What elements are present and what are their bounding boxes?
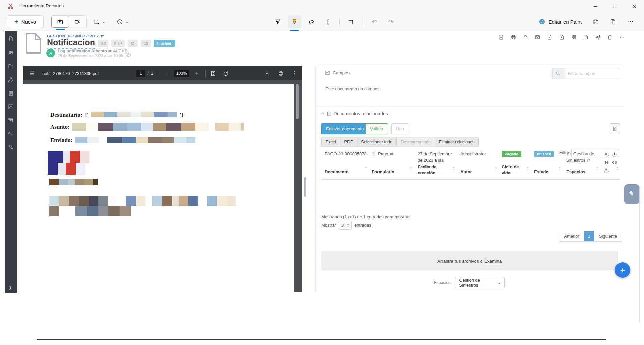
file-name-line[interactable]: Log notificacion Athento ⇄ 44,7 KB bbox=[58, 48, 128, 53]
send-icon[interactable] bbox=[595, 34, 601, 40]
col-header-autor[interactable]: Autor bbox=[460, 169, 472, 175]
eye-icon[interactable] bbox=[612, 160, 618, 165]
col-header-estado[interactable]: Estado bbox=[534, 169, 548, 175]
folder-badge[interactable] bbox=[141, 40, 151, 47]
users-icon[interactable] bbox=[8, 50, 14, 56]
maximize-button[interactable] bbox=[605, 0, 625, 13]
deselect-all-button[interactable]: Desmarcar todo bbox=[397, 137, 435, 147]
new-doc-icon[interactable] bbox=[559, 34, 565, 40]
cell-formulario[interactable]: Pago ⇄ bbox=[372, 151, 393, 157]
col-header-formulario[interactable]: Formulario bbox=[372, 169, 394, 175]
collapse-icon[interactable]: ^ bbox=[321, 111, 324, 116]
zoom-out-button[interactable]: − bbox=[163, 70, 170, 77]
espacios-select[interactable]: Gestion de Siniestros ⌄ bbox=[455, 277, 505, 288]
campos-section-header[interactable]: Campos bbox=[325, 70, 350, 75]
pdf-doc-icon[interactable] bbox=[547, 34, 552, 40]
zoom-in-button[interactable]: + bbox=[193, 70, 201, 77]
export-icon[interactable] bbox=[498, 34, 504, 40]
validate-button[interactable]: Validar bbox=[365, 123, 388, 134]
document-icon[interactable] bbox=[8, 91, 14, 96]
rotate-icon[interactable] bbox=[223, 71, 228, 76]
snip-delay-dropdown[interactable]: ⌄ bbox=[117, 15, 129, 28]
video-mode-button[interactable] bbox=[69, 16, 86, 28]
entries-per-page-select[interactable]: 10 bbox=[339, 221, 352, 230]
col-header-ciclo[interactable]: Ciclo de vida bbox=[502, 164, 519, 176]
hierarchy-icon[interactable] bbox=[8, 77, 14, 83]
pdf-page-input[interactable]: 1 bbox=[136, 70, 145, 77]
copy-button[interactable] bbox=[606, 15, 621, 28]
select-all-button[interactable]: Seleccionar todo bbox=[357, 137, 397, 147]
version-badge[interactable]: 0.0 bbox=[98, 40, 108, 47]
pdf-zoom-level[interactable]: 103% bbox=[174, 70, 189, 77]
pdf-export-button[interactable]: PDF bbox=[340, 137, 357, 147]
delete-relations-button[interactable]: Eliminar relaciones bbox=[435, 137, 479, 147]
undo-button[interactable]: ↶ bbox=[368, 15, 381, 28]
trash-icon[interactable] bbox=[607, 34, 613, 40]
sort-icon[interactable] bbox=[596, 167, 598, 170]
new-snip-button[interactable]: + Nuevo bbox=[7, 15, 44, 28]
more-vertical-icon[interactable] bbox=[292, 71, 297, 76]
add-button[interactable]: + bbox=[615, 262, 630, 278]
minimize-button[interactable] bbox=[586, 0, 605, 13]
eraser-tool[interactable] bbox=[305, 15, 318, 28]
ruler-tool[interactable] bbox=[321, 15, 335, 28]
save-button[interactable] bbox=[588, 15, 603, 28]
folder-icon[interactable] bbox=[8, 63, 14, 69]
filter-fields-input[interactable] bbox=[564, 68, 619, 79]
history-icon[interactable]: ⟲ bbox=[125, 53, 131, 58]
highlighter-tool[interactable] bbox=[288, 15, 301, 28]
snip-shape-dropdown[interactable]: ⌄ bbox=[93, 15, 105, 28]
col-header-documento[interactable]: Documento bbox=[325, 169, 349, 175]
archive-icon[interactable] bbox=[8, 117, 14, 123]
prev-page-button[interactable]: Anterior bbox=[559, 231, 584, 241]
related-doc-view-button[interactable] bbox=[610, 123, 620, 134]
unlink-icon[interactable] bbox=[604, 160, 609, 165]
user-permissions-icon[interactable] bbox=[604, 168, 609, 173]
sort-icon[interactable] bbox=[410, 167, 412, 170]
ballpoint-pen-tool[interactable] bbox=[271, 15, 284, 28]
close-button[interactable] bbox=[625, 0, 644, 13]
print-icon[interactable] bbox=[511, 34, 516, 40]
download-icon[interactable] bbox=[264, 71, 270, 76]
related-docs-header[interactable]: ^ Documentos relacionados bbox=[321, 111, 388, 116]
redo-button[interactable]: ↷ bbox=[384, 15, 398, 28]
page-title[interactable]: Notificacion bbox=[47, 38, 95, 49]
crop-tool[interactable] bbox=[344, 15, 358, 28]
terminal-icon[interactable]: >_ bbox=[8, 131, 12, 135]
sort-icon[interactable] bbox=[559, 167, 561, 170]
download-doc-icon[interactable] bbox=[612, 152, 618, 157]
cell-espacios[interactable]: Gestion de Siniestros ⇄ bbox=[566, 151, 600, 164]
col-header-espacios[interactable]: Espacios bbox=[566, 169, 585, 175]
fit-page-icon[interactable] bbox=[210, 71, 216, 76]
lock-icon[interactable] bbox=[523, 34, 528, 40]
chart-icon[interactable] bbox=[8, 104, 14, 110]
comments-badge[interactable]: 0 bbox=[111, 40, 124, 47]
barcode-icon[interactable] bbox=[571, 34, 577, 40]
pdf-scrollbar[interactable] bbox=[296, 84, 299, 119]
settings-icon[interactable] bbox=[8, 144, 14, 150]
sort-icon[interactable] bbox=[527, 167, 529, 170]
more-options-button[interactable] bbox=[623, 15, 638, 28]
browse-link[interactable]: Examina bbox=[484, 258, 502, 264]
sidebar-expand-icon[interactable]: ❯ bbox=[8, 285, 12, 290]
file-icon[interactable] bbox=[8, 36, 14, 42]
print-icon[interactable] bbox=[278, 71, 284, 76]
sort-icon[interactable] bbox=[495, 167, 497, 170]
link-document-button[interactable]: Enlazar documento bbox=[321, 123, 368, 134]
gears-icon[interactable] bbox=[604, 152, 609, 157]
panel-scrollbar-thumb[interactable] bbox=[304, 177, 306, 197]
merge-button[interactable]: Unir bbox=[391, 123, 409, 134]
excel-export-button[interactable]: Excel bbox=[321, 137, 340, 147]
sort-icon[interactable] bbox=[453, 167, 455, 170]
page-1-button[interactable]: 1 bbox=[584, 231, 594, 241]
versions-badge[interactable] bbox=[128, 40, 138, 47]
menu-icon[interactable] bbox=[29, 70, 35, 76]
screenshot-mode-button[interactable] bbox=[51, 16, 69, 28]
mail-icon[interactable] bbox=[535, 34, 540, 40]
file-dropzone[interactable]: Arrastra tus archivos o Examina bbox=[321, 251, 618, 270]
window-scrollbar[interactable] bbox=[639, 187, 640, 322]
cell-documento[interactable]: PAGO-23-000005078 bbox=[325, 151, 367, 157]
more-icon[interactable] bbox=[619, 34, 625, 40]
next-page-button[interactable]: Siguiente bbox=[594, 231, 622, 241]
edit-in-paint-button[interactable]: Editar en Paint bbox=[535, 15, 586, 28]
